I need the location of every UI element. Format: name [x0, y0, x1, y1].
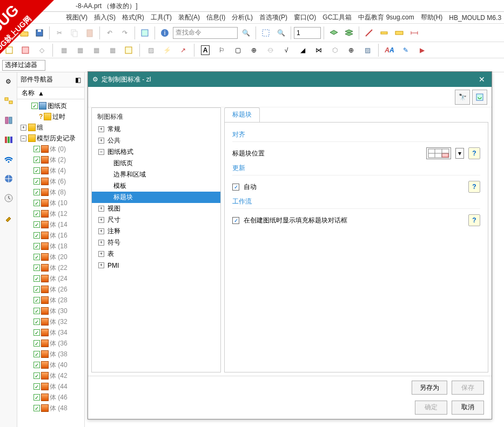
- view3-icon[interactable]: ▦: [89, 43, 103, 57]
- sheet2-icon[interactable]: [18, 43, 32, 57]
- tree-item[interactable]: +视图: [92, 203, 220, 214]
- tree-body-row[interactable]: ✓体 (14: [17, 219, 84, 230]
- tree-item[interactable]: 边界和区域: [92, 169, 220, 180]
- view4-icon[interactable]: ▦: [105, 43, 119, 57]
- dim-icon[interactable]: [407, 26, 421, 40]
- sym3-icon[interactable]: ◢: [295, 43, 310, 57]
- nav-col-name[interactable]: 名称: [22, 89, 35, 98]
- measure3-icon[interactable]: [392, 26, 406, 40]
- cut-icon[interactable]: ✂: [52, 26, 66, 40]
- view5-icon[interactable]: [122, 43, 136, 57]
- wifi-icon[interactable]: [3, 153, 15, 165]
- tree-body-row[interactable]: ✓体 (26: [17, 284, 84, 295]
- tree-item[interactable]: +注释: [92, 226, 220, 237]
- nav-icon[interactable]: [3, 95, 15, 107]
- tree-item[interactable]: 标题块: [92, 192, 220, 203]
- menu-hbmould[interactable]: HB_MOULD M6.3: [448, 14, 502, 22]
- tree-item[interactable]: +常规: [92, 124, 220, 135]
- measure1-icon[interactable]: [362, 26, 376, 40]
- menu-view[interactable]: 视图(V): [65, 13, 89, 22]
- new-icon[interactable]: [2, 26, 16, 40]
- help-icon[interactable]: ?: [468, 147, 480, 159]
- saveas-button[interactable]: 另存为: [412, 381, 447, 395]
- cancel-button[interactable]: 取消: [452, 401, 484, 415]
- menu-9sug[interactable]: 中磊教育 9sug.com: [357, 13, 415, 22]
- sheet-refresh-icon[interactable]: [472, 90, 487, 105]
- tree-body-row[interactable]: ✓体 (20: [17, 252, 84, 262]
- tree-body-row[interactable]: ✓体 (10: [17, 198, 84, 208]
- sym5-icon[interactable]: ⬡: [328, 43, 342, 57]
- sym4-icon[interactable]: ⋈: [312, 43, 326, 57]
- tree-body-row[interactable]: ✓体 (36: [17, 338, 84, 349]
- sym1-icon[interactable]: ⦵: [263, 43, 277, 57]
- search-command[interactable]: 查找命令: [173, 27, 238, 39]
- gear-icon[interactable]: ⚙: [3, 76, 15, 87]
- tree-body-row[interactable]: ✓体 (40: [17, 360, 84, 370]
- nav-pin-icon[interactable]: ◧: [75, 76, 81, 84]
- menu-preferences[interactable]: 首选项(P): [258, 13, 288, 22]
- save-button[interactable]: 保存: [452, 381, 484, 395]
- menu-format[interactable]: 格式(R): [121, 13, 145, 22]
- copy-icon[interactable]: [68, 26, 82, 40]
- tree-body-row[interactable]: ✓体 (18: [17, 241, 84, 252]
- break-icon[interactable]: ⚡: [160, 43, 174, 57]
- tree-body-row[interactable]: ✓体 (34: [17, 327, 84, 338]
- flag-icon[interactable]: ⚐: [214, 43, 229, 57]
- sym2-icon[interactable]: √: [279, 43, 293, 57]
- tree-body-row[interactable]: ✓体 (46: [17, 392, 84, 403]
- tree-item[interactable]: 图纸页: [92, 158, 220, 169]
- tool-icon[interactable]: [3, 212, 15, 223]
- info-icon[interactable]: i: [158, 26, 172, 40]
- tree-body-row[interactable]: ✓体 (32: [17, 316, 84, 327]
- menu-insert[interactable]: 插入(S): [93, 13, 117, 22]
- eraser-icon[interactable]: ◇: [35, 43, 49, 57]
- tree-item[interactable]: 模板: [92, 180, 220, 192]
- tab-titleblock[interactable]: 标题块: [224, 107, 260, 122]
- books-icon[interactable]: [3, 134, 15, 146]
- tree-body-row[interactable]: ✓体 (28: [17, 295, 84, 306]
- save-icon[interactable]: [32, 26, 46, 40]
- play-icon[interactable]: ▶: [415, 43, 429, 57]
- help-icon[interactable]: ?: [468, 181, 480, 193]
- binoculars-icon[interactable]: 🔭: [455, 90, 470, 105]
- tree-body-row[interactable]: ✓体 (8): [17, 187, 84, 198]
- tree-item[interactable]: +公共: [92, 135, 220, 146]
- menu-help[interactable]: 帮助(H): [420, 13, 444, 22]
- props-icon[interactable]: [138, 26, 152, 40]
- paste-icon[interactable]: [83, 26, 97, 40]
- tree-body-row[interactable]: ✓体 (2): [17, 154, 84, 165]
- tree-item[interactable]: +符号: [92, 237, 220, 248]
- menu-gc[interactable]: GC工具箱: [321, 13, 353, 22]
- filter-select[interactable]: 选择过滤器: [2, 60, 45, 71]
- view1-icon[interactable]: ▦: [57, 43, 71, 57]
- edit-text-icon[interactable]: ✎: [399, 43, 413, 57]
- tree-body-row[interactable]: ✓体 (16: [17, 230, 84, 241]
- scale-combo[interactable]: 1: [294, 27, 321, 39]
- tree-body-row[interactable]: ✓体 (24: [17, 273, 84, 284]
- arrow-icon[interactable]: ↗: [176, 43, 190, 57]
- view2-icon[interactable]: ▦: [73, 43, 87, 57]
- box-icon[interactable]: ▢: [231, 43, 245, 57]
- target-icon[interactable]: ⊕: [344, 43, 358, 57]
- search-icon[interactable]: 🔍: [239, 26, 253, 40]
- history-icon[interactable]: [3, 192, 15, 204]
- tree-item[interactable]: +尺寸: [92, 214, 220, 226]
- tree-body-row[interactable]: ✓体 (48: [17, 403, 84, 414]
- asm-icon[interactable]: [3, 114, 15, 126]
- tree-body-row[interactable]: ✓体 (22: [17, 262, 84, 273]
- tree-body-row[interactable]: ✓体 (44: [17, 381, 84, 392]
- close-icon[interactable]: ✕: [476, 75, 487, 84]
- measure2-icon[interactable]: [377, 26, 391, 40]
- hatch-icon[interactable]: ▨: [144, 43, 158, 57]
- undo-icon[interactable]: ↶: [103, 26, 117, 40]
- redo-icon[interactable]: ↷: [118, 26, 132, 40]
- tree-item[interactable]: −图纸格式: [92, 146, 220, 158]
- tree-body-row[interactable]: ✓体 (4): [17, 165, 84, 176]
- text-a-icon[interactable]: A: [198, 43, 212, 57]
- tree-body-row[interactable]: ✓体 (30: [17, 306, 84, 316]
- globe-icon[interactable]: [3, 173, 15, 185]
- help-icon[interactable]: ?: [468, 214, 480, 226]
- menu-window[interactable]: 窗口(O): [293, 13, 317, 22]
- menu-analysis[interactable]: 分析(L): [231, 13, 254, 22]
- open-icon[interactable]: [17, 26, 31, 40]
